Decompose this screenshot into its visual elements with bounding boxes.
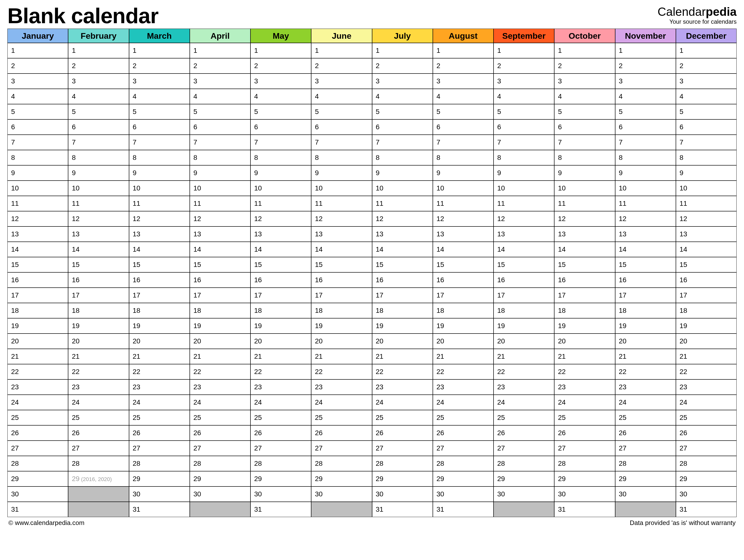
day-cell: 22 — [493, 364, 554, 379]
day-cell: 4 — [676, 89, 737, 104]
day-cell: 18 — [68, 303, 129, 318]
day-cell: 5 — [129, 104, 190, 119]
day-cell: 5 — [554, 104, 615, 119]
day-cell: 26 — [7, 425, 68, 441]
day-cell: 26 — [190, 425, 251, 441]
day-cell: 2 — [190, 58, 251, 74]
day-cell: 18 — [7, 303, 68, 318]
day-cell: 22 — [190, 364, 251, 379]
day-cell: 21 — [190, 349, 251, 364]
day-cell: 18 — [311, 303, 372, 318]
day-cell: 27 — [433, 441, 493, 456]
day-cell — [68, 502, 129, 517]
day-cell: 31 — [7, 502, 68, 517]
day-cell: 24 — [554, 395, 615, 410]
day-cell: 20 — [493, 334, 554, 349]
day-cell: 21 — [372, 349, 433, 364]
day-cell: 6 — [372, 119, 433, 135]
day-cell: 26 — [615, 425, 676, 441]
day-cell: 26 — [433, 425, 493, 441]
day-cell: 6 — [129, 119, 190, 135]
day-cell: 11 — [372, 196, 433, 211]
day-cell: 9 — [433, 165, 493, 181]
day-cell: 22 — [129, 364, 190, 379]
day-cell: 24 — [493, 395, 554, 410]
day-row: 101010101010101010101010 — [7, 181, 737, 196]
day-cell: 27 — [68, 441, 129, 456]
day-cell: 13 — [615, 226, 676, 242]
day-cell: 4 — [615, 89, 676, 104]
day-cell: 27 — [251, 441, 311, 456]
day-cell: 11 — [615, 196, 676, 211]
day-cell: 15 — [372, 257, 433, 272]
day-cell: 14 — [190, 242, 251, 257]
day-cell: 3 — [251, 74, 311, 89]
day-cell: 1 — [676, 43, 737, 58]
day-cell: 2 — [493, 58, 554, 74]
footer-left: © www.calendarpedia.com — [8, 519, 84, 527]
day-cell: 19 — [433, 318, 493, 334]
day-cell: 26 — [676, 425, 737, 441]
day-cell: 4 — [251, 89, 311, 104]
month-header-row: JanuaryFebruaryMarchAprilMayJuneJulyAugu… — [7, 29, 737, 43]
day-row: 30 30303030303030303030 — [7, 486, 737, 502]
calendar-table: JanuaryFebruaryMarchAprilMayJuneJulyAugu… — [7, 29, 737, 517]
day-cell: 16 — [129, 272, 190, 288]
day-row: 232323232323232323232323 — [7, 379, 737, 395]
month-header-december: December — [676, 29, 737, 43]
day-cell: 13 — [68, 226, 129, 242]
day-cell: 3 — [493, 74, 554, 89]
day-cell: 18 — [615, 303, 676, 318]
day-cell: 1 — [129, 43, 190, 58]
day-cell: 2 — [615, 58, 676, 74]
day-cell: 9 — [493, 165, 554, 181]
day-cell: 22 — [433, 364, 493, 379]
day-row: 202020202020202020202020 — [7, 334, 737, 349]
day-row: 555555555555 — [7, 104, 737, 119]
day-cell: 25 — [676, 410, 737, 425]
day-cell: 30 — [372, 486, 433, 502]
day-cell: 5 — [7, 104, 68, 119]
day-cell: 21 — [493, 349, 554, 364]
header: Blank calendar Calendarpedia Your source… — [7, 5, 737, 27]
day-cell: 16 — [68, 272, 129, 288]
day-cell: 4 — [7, 89, 68, 104]
day-cell: 12 — [7, 211, 68, 226]
day-row: 222222222222222222222222 — [7, 364, 737, 379]
day-cell: 9 — [554, 165, 615, 181]
day-cell: 18 — [493, 303, 554, 318]
day-cell: 29 — [554, 471, 615, 486]
day-cell: 20 — [372, 334, 433, 349]
day-row: 999999999999 — [7, 165, 737, 181]
day-cell: 22 — [676, 364, 737, 379]
day-cell: 4 — [433, 89, 493, 104]
day-cell: 12 — [493, 211, 554, 226]
day-cell: 9 — [190, 165, 251, 181]
day-cell: 2 — [7, 58, 68, 74]
day-cell: 24 — [676, 395, 737, 410]
day-cell: 16 — [372, 272, 433, 288]
day-cell: 8 — [554, 150, 615, 165]
day-cell: 10 — [493, 181, 554, 196]
day-cell — [190, 502, 251, 517]
day-cell: 25 — [129, 410, 190, 425]
day-cell: 17 — [493, 288, 554, 303]
day-cell: 13 — [493, 226, 554, 242]
day-cell: 28 — [372, 456, 433, 471]
day-cell: 4 — [129, 89, 190, 104]
day-cell: 6 — [554, 119, 615, 135]
day-cell: 27 — [493, 441, 554, 456]
day-cell: 14 — [311, 242, 372, 257]
day-cell: 3 — [554, 74, 615, 89]
day-cell: 16 — [433, 272, 493, 288]
day-row: 2929(2016, 2020)29292929292929292929 — [7, 471, 737, 486]
day-cell: 21 — [676, 349, 737, 364]
day-cell: 16 — [493, 272, 554, 288]
day-cell: 26 — [311, 425, 372, 441]
day-cell: 17 — [433, 288, 493, 303]
day-cell: 20 — [311, 334, 372, 349]
day-cell — [311, 502, 372, 517]
calendar-page: Blank calendar Calendarpedia Your source… — [0, 0, 744, 560]
day-row: 222222222222 — [7, 58, 737, 74]
month-header-may: May — [251, 29, 311, 43]
